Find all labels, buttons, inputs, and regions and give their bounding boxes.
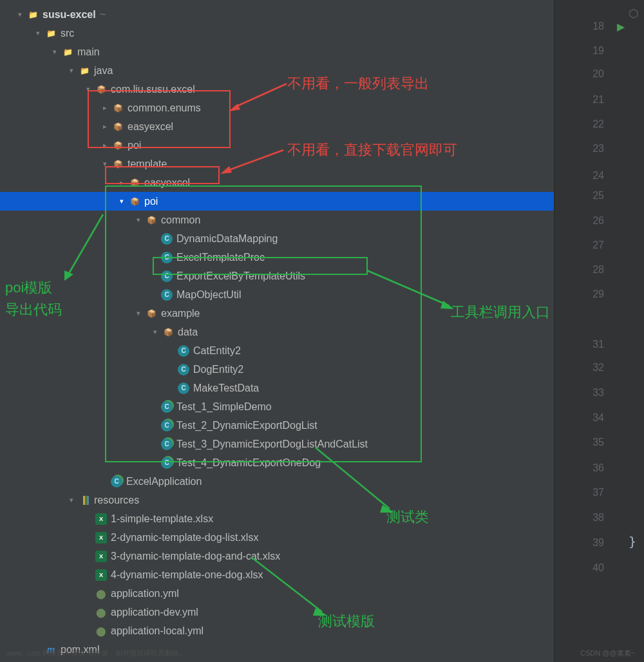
tree-label: application-local.yml	[111, 625, 204, 637]
bookmark-icon[interactable]: ⬡	[629, 6, 639, 21]
tree-item-template-easyexcel[interactable]: ▸ 📦 easyexcel	[0, 173, 554, 192]
line-number: 21	[592, 94, 604, 106]
chevron-down-icon: ▾	[15, 10, 24, 19]
package-icon: 📦	[162, 326, 174, 338]
xlsx-icon: X	[95, 551, 107, 562]
line-number: 37	[592, 487, 604, 498]
tree-label: data	[178, 326, 198, 338]
tree-label: MakeTestData	[193, 383, 259, 394]
tree-item-class[interactable]: C CatEntity2	[0, 341, 554, 360]
tree-item-resources[interactable]: ▾ resources	[0, 491, 554, 509]
tree-item-poi[interactable]: ▸ 📦 poi	[0, 136, 554, 155]
tree-item-external-libraries[interactable]: ▸ ▮▮ External Libraries	[0, 659, 554, 662]
tree-label: poi	[144, 196, 158, 207]
chevron-down-icon: ▾	[134, 216, 143, 224]
tree-item-file[interactable]: X 2-dynamic-template-dog-list.xlsx	[0, 528, 554, 547]
tree-item-template-poi[interactable]: ▾ 📦 poi	[0, 192, 554, 211]
editor-gutter: ⬡ ▶ 181920212223242526272829313233343536…	[554, 0, 644, 662]
tree-item-src[interactable]: ▾ 📁 src	[0, 24, 554, 43]
tree-label: 4-dynamic-template-one-dog.xlsx	[111, 569, 263, 581]
tree-label: common.enums	[128, 102, 201, 114]
watermark: CSDN @@素素~	[580, 648, 635, 658]
tree-item-class[interactable]: C Test_1_SimpleDemo	[0, 397, 554, 416]
line-number: 33	[592, 387, 604, 399]
tree-label: main	[77, 46, 100, 58]
tree-item-data[interactable]: ▾ 📦 data	[0, 323, 554, 341]
chevron-down-icon: ▾	[33, 29, 43, 37]
tree-item-class[interactable]: C DynamicDataMapping	[0, 229, 554, 248]
line-number: 18	[592, 21, 604, 32]
tree-item-main[interactable]: ▾ 📁 main	[0, 43, 554, 61]
tree-item-example[interactable]: ▾ 📦 example	[0, 304, 554, 323]
line-number: 22	[592, 118, 604, 130]
folder-icon: 📁	[45, 28, 57, 39]
tree-label: common	[161, 214, 200, 226]
tree-label: MapObjectUtil	[176, 289, 241, 301]
tree-item-class[interactable]: C ExcelTemplateProc	[0, 248, 554, 267]
code-brace: }	[629, 534, 636, 549]
line-number: 19	[592, 45, 604, 57]
tree-label: template	[128, 158, 167, 170]
tree-item-common-enums[interactable]: ▸ 📦 common.enums	[0, 99, 554, 117]
package-icon: 📦	[146, 308, 157, 319]
chevron-right-icon: ▸	[100, 104, 109, 112]
tree-item-class[interactable]: C Test_2_DynamicExportDogList	[0, 416, 554, 435]
project-tree[interactable]: ▾ 📁 susu-excel ~ ▾ 📁 src ▾ 📁 main ▾ 📁 ja…	[0, 0, 554, 662]
tree-item-file[interactable]: ⬤ application.yml	[0, 584, 554, 603]
tree-item-class[interactable]: C ExcelApplication	[0, 472, 554, 491]
yaml-icon: ⬤	[95, 588, 107, 600]
tree-label: com.liu.susu.excel	[111, 84, 195, 95]
source-folder-icon: 📁	[79, 65, 90, 77]
tree-label: example	[161, 308, 200, 319]
tree-item-class[interactable]: C MapObjectUtil	[0, 285, 554, 304]
tree-item-class[interactable]: C MakeTestData	[0, 379, 554, 397]
tree-label: CatEntity2	[193, 345, 241, 357]
package-icon: 📦	[112, 102, 124, 114]
line-number: 29	[592, 288, 604, 300]
package-icon: 📦	[129, 196, 140, 207]
tree-item-file[interactable]: ⬤ application-dev.yml	[0, 603, 554, 621]
tree-label: application-dev.yml	[111, 607, 198, 618]
yaml-icon: ⬤	[95, 625, 107, 637]
tree-item-class[interactable]: C Test_4_DynamicExportOneDog	[0, 453, 554, 472]
chevron-right-icon: ▸	[100, 122, 109, 131]
tree-item-class[interactable]: C Test_3_DynamicExportDogListAndCatList	[0, 435, 554, 453]
chevron-down-icon: ▾	[134, 309, 143, 317]
yaml-icon: ⬤	[95, 607, 107, 618]
tree-item-root[interactable]: ▾ 📁 susu-excel ~	[0, 5, 554, 24]
class-icon: C	[161, 233, 173, 245]
tree-item-file[interactable]: ⬤ application-local.yml	[0, 621, 554, 640]
watermark: www. .com 网络图片仅供 非存储，如有侵权请联系删除。	[6, 648, 186, 658]
tree-item-common[interactable]: ▾ 📦 common	[0, 211, 554, 229]
tree-label: 3-dynamic-template-dog-and-cat.xlsx	[111, 551, 280, 562]
tree-item-class[interactable]: C ExportExcelByTemplateUtils	[0, 267, 554, 285]
chevron-down-icon: ▾	[67, 496, 76, 504]
chevron-right-icon: ▸	[117, 178, 126, 187]
tree-label: java	[94, 65, 113, 77]
class-icon: C	[178, 383, 189, 394]
class-icon: C	[161, 457, 173, 469]
tree-item-easyexcel[interactable]: ▸ 📦 easyexcel	[0, 117, 554, 136]
tree-item-file[interactable]: X 1-simple-template.xlsx	[0, 509, 554, 528]
tree-item-java[interactable]: ▾ 📁 java	[0, 61, 554, 80]
class-icon: C	[111, 476, 122, 487]
tree-item-package[interactable]: ▾ 📦 com.liu.susu.excel	[0, 80, 554, 99]
run-icon[interactable]: ▶	[617, 21, 625, 33]
package-icon: 📦	[129, 177, 140, 189]
tree-item-file[interactable]: X 4-dynamic-template-one-dog.xlsx	[0, 565, 554, 584]
tree-item-file[interactable]: X 3-dynamic-template-dog-and-cat.xlsx	[0, 547, 554, 565]
line-number: 34	[592, 412, 604, 424]
tree-label: Test_1_SimpleDemo	[176, 401, 272, 413]
chevron-down-icon: ▾	[117, 197, 126, 205]
tree-label: ExcelTemplateProc	[176, 252, 265, 263]
tree-label: DynamicDataMapping	[176, 233, 278, 245]
tree-label: susu-excel	[43, 9, 96, 21]
package-icon: 📦	[112, 121, 124, 133]
line-number: 24	[592, 170, 604, 182]
tree-label: DogEntity2	[193, 364, 243, 375]
tree-item-template[interactable]: ▾ 📦 template	[0, 155, 554, 173]
tree-label: ExcelApplication	[126, 476, 202, 487]
chevron-down-icon: ▾	[100, 160, 109, 168]
tree-item-class[interactable]: C DogEntity2	[0, 360, 554, 379]
xlsx-icon: X	[95, 569, 107, 581]
